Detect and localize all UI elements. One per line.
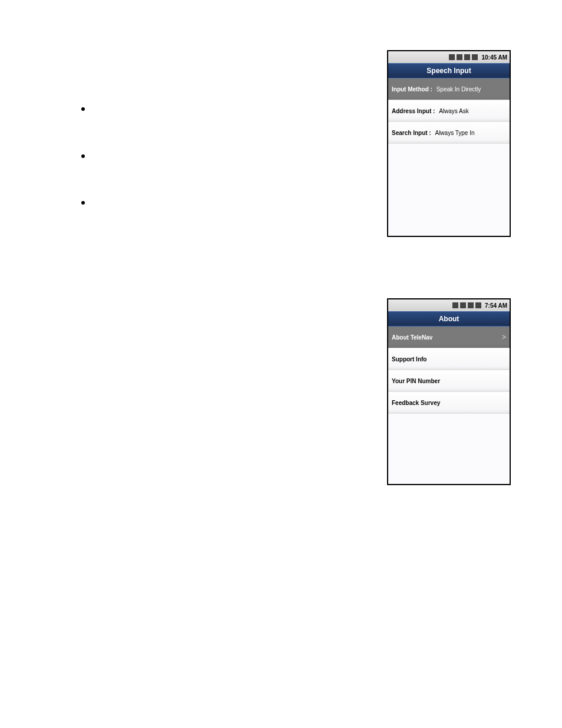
row-sep-space: [432, 130, 434, 136]
help-icon: [475, 302, 481, 308]
screen-title: Speech Input: [388, 63, 510, 78]
row-label: Feedback Survey: [392, 400, 440, 406]
row-value: Always Ask: [439, 108, 469, 114]
empty-area: [388, 414, 510, 484]
row-label: About TeleNav: [392, 334, 432, 341]
row-address-input[interactable]: Address Input : Always Ask: [388, 100, 510, 122]
status-bar: 7:54 AM: [388, 299, 510, 311]
help-icon: [472, 54, 478, 60]
row-about-telenav[interactable]: About TeleNav >: [388, 327, 510, 348]
row-value: Always Type In: [435, 130, 474, 136]
phone-inner: 7:54 AM About About TeleNav > Support In…: [388, 299, 510, 484]
status-time: 10:45 AM: [481, 54, 507, 61]
row-label: Input Method :: [392, 86, 432, 93]
bluetooth-icon: [449, 54, 455, 60]
row-input-method[interactable]: Input Method : Speak In Directly: [388, 78, 510, 100]
screen-title: About: [388, 311, 510, 327]
row-label: Search Input :: [392, 130, 431, 136]
chevron-right-icon: >: [502, 333, 506, 341]
data-icon: [457, 54, 462, 60]
data-icon: [460, 302, 466, 308]
row-label: Address Input :: [392, 108, 435, 114]
status-time: 7:54 AM: [485, 302, 507, 309]
row-value: Speak In Directly: [437, 86, 481, 93]
row-support-info[interactable]: Support Info: [388, 348, 510, 370]
signal-icon: [464, 54, 470, 60]
row-feedback-survey[interactable]: Feedback Survey: [388, 392, 510, 414]
row-sep-space: [434, 86, 435, 93]
row-label: Support Info: [392, 356, 427, 363]
row-sep-space: [436, 108, 438, 114]
empty-area: [388, 144, 510, 236]
about-screenshot: 7:54 AM About About TeleNav > Support In…: [387, 298, 511, 485]
signal-icon: [468, 302, 474, 308]
document-page: 10:45 AM Speech Input Input Method : Spe…: [0, 0, 562, 728]
row-label: Your PIN Number: [392, 378, 440, 384]
phone-inner: 10:45 AM Speech Input Input Method : Spe…: [388, 51, 510, 236]
status-bar: 10:45 AM: [388, 51, 510, 63]
speech-input-screenshot: 10:45 AM Speech Input Input Method : Spe…: [387, 50, 511, 237]
bluetooth-icon: [452, 302, 458, 308]
row-search-input[interactable]: Search Input : Always Type In: [388, 122, 510, 144]
row-pin-number[interactable]: Your PIN Number: [388, 370, 510, 392]
